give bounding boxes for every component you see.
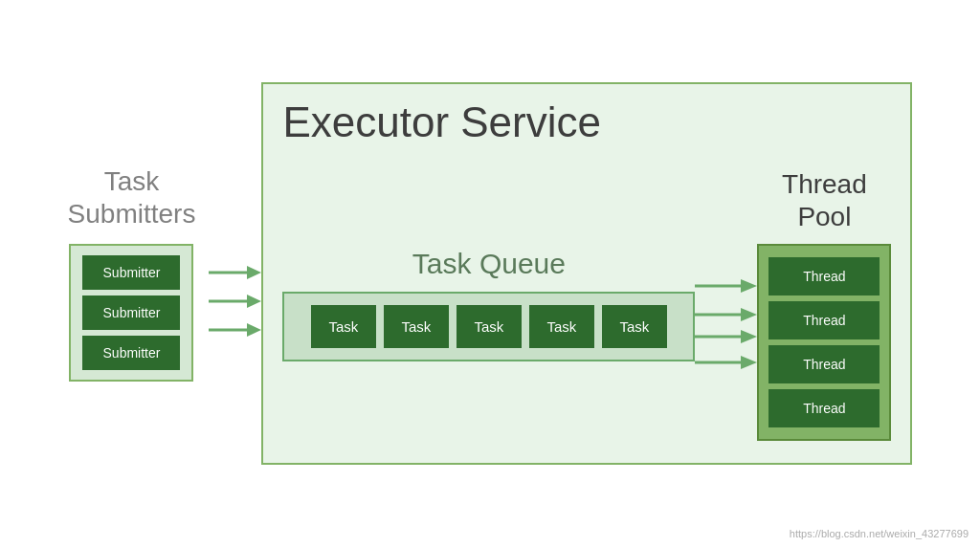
thread-pool-label: Thread Pool — [782, 168, 867, 232]
task-item-1: Task — [311, 305, 376, 348]
thread-item-4: Thread — [768, 389, 880, 427]
thread-pool-area: Thread Pool Thread Thread Thread Thread — [757, 168, 891, 441]
task-queue-label: Task Queue — [412, 248, 566, 280]
queue-arrows-svg — [695, 262, 757, 386]
svg-marker-13 — [741, 356, 757, 369]
svg-marker-9 — [741, 308, 757, 321]
task-item-3: Task — [457, 305, 522, 348]
submitter-item-2: Submitter — [82, 295, 180, 330]
executor-inner: Task Queue Task Task Task Task Task — [282, 165, 891, 444]
task-submitters-label: Task Submitters — [68, 165, 196, 230]
svg-marker-1 — [247, 266, 261, 279]
task-submitters-area: Task Submitters Submitter Submitter Subm… — [68, 165, 196, 381]
task-item-2: Task — [384, 305, 449, 348]
diagram-container: Task Submitters Submitter Submitter Subm… — [0, 0, 980, 547]
thread-item-2: Thread — [768, 301, 880, 339]
submitters-box: Submitter Submitter Submitter — [69, 244, 193, 382]
task-queue-area: Task Queue Task Task Task Task Task — [282, 248, 695, 361]
thread-item-1: Thread — [768, 257, 880, 295]
submitter-arrows — [209, 253, 261, 349]
svg-marker-3 — [247, 295, 261, 308]
submitter-arrows-svg — [209, 253, 261, 349]
svg-marker-11 — [741, 330, 757, 343]
task-item-4: Task — [529, 305, 594, 348]
task-queue-box: Task Task Task Task Task — [282, 292, 695, 361]
thread-pool-box: Thread Thread Thread Thread — [757, 244, 891, 441]
executor-service-title: Executor Service — [282, 98, 891, 146]
task-item-5: Task — [602, 305, 667, 348]
svg-marker-5 — [247, 323, 261, 337]
svg-marker-7 — [741, 279, 757, 293]
queue-to-pool-arrows — [695, 262, 757, 386]
thread-item-3: Thread — [768, 345, 880, 383]
executor-service-box: Executor Service Task Queue Task Task Ta… — [261, 82, 912, 465]
watermark: https://blog.csdn.net/weixin_43277699 — [790, 528, 969, 539]
submitter-item-1: Submitter — [82, 255, 180, 290]
submitter-item-3: Submitter — [82, 336, 180, 370]
